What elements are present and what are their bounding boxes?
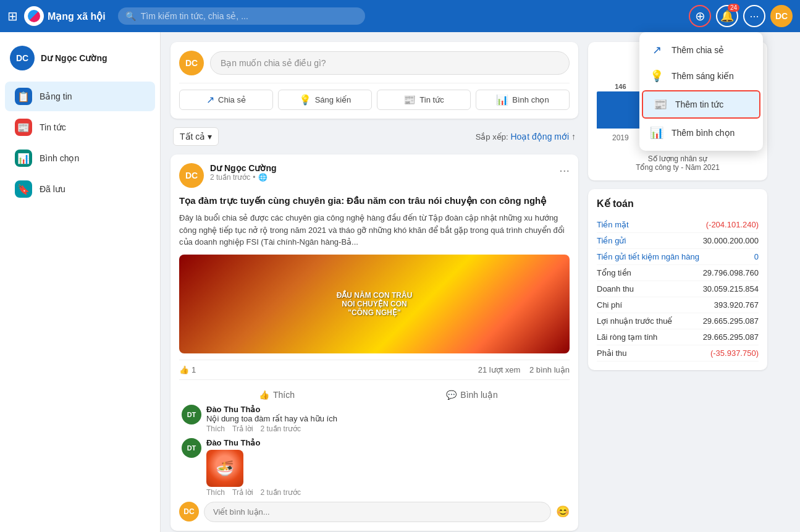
sidebar-username: Dư Ngọc Cường (41, 53, 107, 63)
sidebar-label-tintuc: Tin tức (40, 122, 66, 132)
comment-1-username[interactable]: Đào Thu Thảo (206, 405, 570, 414)
sidebar-item-tintuc[interactable]: 📰 Tin tức (5, 112, 155, 142)
ke-toan-value-loinhuan: 29.665.295.087 (703, 316, 759, 326)
feed: DC Bạn muốn chia sẻ điều gì? ↗ Chia sẻ 💡… (171, 42, 578, 522)
image-line3: "CÔNG NGHỆ" (337, 308, 413, 317)
comment-2-avatar: DT (182, 438, 201, 458)
sidebar-item-daluu[interactable]: 🔖 Đã lưu (5, 174, 155, 204)
post-title: Tọa đàm trực tuyến cùng chuyên gia: Đầu … (179, 194, 570, 207)
post-description: Đây là buổi chia sẻ được các chuyên gia … (179, 212, 570, 248)
poll-btn-label: Bình chọn (512, 95, 549, 104)
sort-arrow-icon: ↑ (571, 132, 576, 141)
comment-button[interactable]: 💬 Bình luận (374, 385, 570, 405)
ke-toan-row-lairongtam: Lãi ròng tạm tính 29.665.295.087 (597, 329, 759, 345)
like-button[interactable]: 👍 Thích (179, 385, 374, 405)
dropdown-item-news[interactable]: 📰 Thêm tin tức (642, 90, 760, 119)
likes-count: 1 (192, 365, 196, 374)
comment-input[interactable] (204, 502, 551, 522)
sidebar-item-binhchon[interactable]: 📊 Bình chọn (5, 143, 155, 173)
news-icon: 📰 (653, 98, 668, 111)
share-action-btn[interactable]: ↗ Chia sẻ (179, 90, 273, 110)
post-stats-left: 👍 1 (179, 365, 196, 374)
poll-action-btn[interactable]: 📊 Bình chọn (476, 90, 570, 110)
news-action-btn[interactable]: 📰 Tin tức (377, 90, 471, 110)
bangtin-icon: 📋 (15, 88, 32, 105)
comment-2-like[interactable]: Thích (206, 488, 225, 497)
post-bottom-actions: 👍 Thích 💬 Bình luận (179, 385, 570, 405)
sort-value[interactable]: Hoạt động mới (510, 132, 569, 141)
ke-toan-label-phaithu: Phải thu (597, 348, 626, 358)
ke-toan-row-tienmat: Tiền mặt (-204.101.240) (597, 217, 759, 233)
innovation-icon: 💡 (649, 69, 664, 83)
comment-input-row: DC 😊 (179, 502, 570, 522)
ke-toan-value-phaithu: (-35.937.750) (710, 348, 759, 358)
emoji-icon[interactable]: 😊 (556, 505, 570, 518)
sort-prefix: Sắp xếp: (476, 132, 508, 141)
dropdown-item-share[interactable]: ↗ Thêm chia sẻ (639, 37, 763, 63)
ke-toan-label-tietkiem: Tiền gửi tiết kiệm ngân hàng (597, 252, 699, 261)
ke-toan-row-phaithu: Phải thu (-35.937.750) (597, 345, 759, 361)
comment-input-avatar: DC (179, 502, 199, 521)
comment-2-reply[interactable]: Trả lời (232, 488, 253, 497)
comments-count: 2 bình luận (529, 365, 570, 374)
share-btn-label: Chia sẻ (218, 95, 246, 104)
notification-button[interactable]: 🔔 24 (716, 5, 738, 27)
dropdown-label-poll: Thêm bình chọn (672, 128, 735, 138)
share-btn-icon: ↗ (206, 94, 214, 106)
filter-select[interactable]: Tất cả ▾ (173, 127, 219, 146)
filter-bar: Tất cả ▾ Sắp xếp: Hoạt động mới ↑ (171, 127, 578, 146)
post-author-avatar: DC (179, 163, 204, 188)
comment-1-time: 2 tuần trước (261, 424, 301, 433)
dot-separator: • (253, 173, 255, 182)
ke-toan-label-lairongtam: Lãi ròng tạm tính (597, 332, 657, 342)
ke-toan-value-tiengui: 30.000.200.000 (703, 236, 759, 245)
logo-inner (28, 10, 40, 22)
poll-btn-icon: 📊 (496, 94, 508, 106)
post-image: ĐẦU NĂM CON TRÂU NÓI CHUYỆN CON "CÔNG NG… (179, 255, 570, 353)
news-btn-label: Tin tức (419, 95, 444, 104)
comment-2: DT Đào Thu Thảo 🍜 Thích Trả lời 2 tuần t… (179, 438, 570, 497)
ke-toan-value-tongtien: 29.796.098.760 (703, 268, 759, 277)
post-author-name[interactable]: Dư Ngọc Cường (210, 163, 559, 173)
ke-toan-label-tongtien: Tổng tiền (597, 268, 631, 277)
ke-toan-row-loinhuan: Lợi nhuận trước thuế 29.665.295.087 (597, 313, 759, 329)
user-avatar-header[interactable]: DC (770, 5, 793, 27)
post-image-text: ĐẦU NĂM CON TRÂU NÓI CHUYỆN CON "CÔNG NG… (332, 286, 418, 322)
dropdown-item-innovation[interactable]: 💡 Thêm sáng kiến (639, 63, 763, 89)
more-icon: ··· (749, 10, 759, 23)
post-input-field[interactable]: Bạn muốn chia sẻ điều gì? (210, 51, 570, 75)
share-icon: ↗ (649, 43, 664, 57)
more-button[interactable]: ··· (743, 5, 765, 27)
tintuc-icon: 📰 (15, 119, 32, 136)
comment-2-time: 2 tuần trước (261, 488, 301, 497)
ke-toan-label-loinhuan: Lợi nhuận trước thuế (597, 316, 672, 326)
ke-toan-widget: Kế toán Tiền mặt (-204.101.240) Tiền gửi… (588, 189, 767, 370)
post-stats-right: 21 lượt xem 2 bình luận (478, 365, 570, 374)
dropdown-item-poll[interactable]: 📊 Thêm bình chọn (639, 120, 763, 146)
grid-icon[interactable]: ⊞ (7, 9, 18, 23)
sidebar-item-bangtin[interactable]: 📋 Bảng tin (5, 82, 155, 111)
sidebar: DC Dư Ngọc Cường 📋 Bảng tin 📰 Tin tức 📊 … (0, 32, 161, 532)
bar-2019 (597, 91, 644, 129)
sidebar-avatar: DC (10, 46, 35, 70)
search-input[interactable] (141, 11, 358, 21)
bar-value-2019: 146 (615, 83, 626, 90)
dropdown-label-share: Thêm chia sẻ (672, 45, 724, 55)
innovation-btn-icon: 💡 (299, 94, 311, 106)
sidebar-label-bangtin: Bảng tin (40, 91, 72, 101)
comment-1-like[interactable]: Thích (206, 424, 225, 433)
add-button[interactable]: ⊕ (689, 5, 711, 27)
chart-bar-2019: 146 (597, 83, 644, 129)
post-more-button[interactable]: ··· (559, 163, 570, 177)
ke-toan-title: Kế toán (597, 198, 759, 209)
comment-1-reply[interactable]: Trả lời (232, 424, 253, 433)
post-header: DC Dư Ngọc Cường 2 tuần trước • 🌐 ··· (179, 163, 570, 188)
comment-1: DT Đào Thu Thảo Nội dung toa đàm rất hay… (179, 405, 570, 433)
post-actions: ↗ Chia sẻ 💡 Sáng kiến 📰 Tin tức 📊 Bình c… (179, 83, 570, 110)
search-bar[interactable]: 🔍 (118, 7, 365, 25)
comment-2-username[interactable]: Đào Thu Thảo (206, 438, 570, 447)
innovation-action-btn[interactable]: 💡 Sáng kiến (278, 90, 372, 110)
like-btn-icon: 👍 (259, 390, 269, 400)
news-btn-icon: 📰 (403, 94, 416, 106)
post-meta: 2 tuần trước • 🌐 (210, 173, 559, 182)
